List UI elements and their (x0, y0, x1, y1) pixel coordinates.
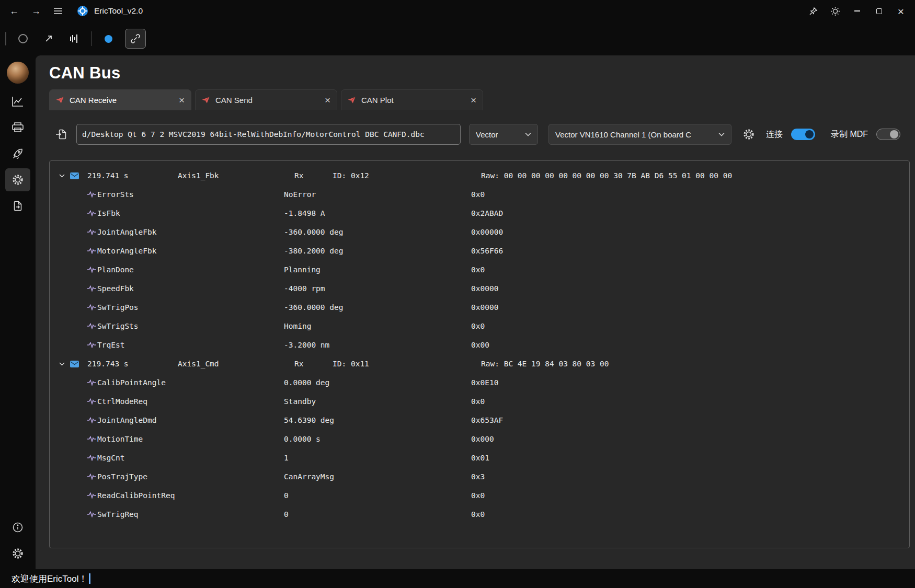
menu-button[interactable] (47, 2, 69, 20)
tab-can-send[interactable]: CAN Send × (195, 89, 337, 110)
signal-row[interactable]: MotionTime 0.0000 s 0x000 (50, 430, 909, 448)
channel-settings-button[interactable] (740, 125, 758, 143)
avatar[interactable] (7, 62, 29, 84)
theme-button[interactable] (824, 2, 846, 20)
dbc-path-input[interactable] (76, 124, 461, 145)
toolbar-grip[interactable] (5, 32, 6, 45)
close-icon[interactable]: × (325, 95, 330, 105)
signal-value: 0 (284, 491, 471, 500)
signal-row[interactable]: TrqEst -3.2000 nm 0x00 (50, 336, 909, 354)
sidebar-item-info[interactable] (5, 516, 30, 539)
signal-hex: 0x0 (471, 266, 909, 274)
record-mdf-label: 录制 MDF (831, 129, 868, 140)
sidebar-item-settings[interactable] (5, 168, 30, 191)
file-import-icon[interactable] (55, 129, 68, 140)
signal-name: CalibPointAngle (97, 378, 284, 387)
app-logo-icon (76, 5, 89, 17)
signal-row[interactable]: PlanDone Planning 0x0 (50, 260, 909, 279)
signal-waveform-icon (87, 191, 96, 198)
signal-row[interactable]: MsgCnt 1 0x01 (50, 448, 909, 467)
pointer-button[interactable] (40, 30, 58, 48)
signal-value: Homing (284, 322, 471, 330)
signal-row[interactable]: SwTrigPos -360.0000 deg 0x0000 (50, 298, 909, 317)
signal-name: MotorAngleFbk (97, 247, 284, 255)
status-ring-button[interactable] (14, 30, 32, 48)
signal-row[interactable]: ErrorSts NoError 0x0 (50, 185, 909, 204)
gear-icon (12, 548, 24, 559)
pin-button[interactable] (802, 2, 824, 20)
chevron-down-icon[interactable] (59, 362, 65, 366)
window-title: EricTool_v2.0 (94, 6, 143, 16)
waveform-button[interactable] (65, 30, 83, 48)
message-time: 219.743 s (87, 360, 178, 368)
sidebar-item-rocket[interactable] (5, 142, 30, 165)
signal-waveform-icon (87, 511, 96, 517)
gear-icon (743, 129, 754, 140)
connection-indicator[interactable] (99, 30, 117, 48)
record-mdf-toggle[interactable] (876, 129, 900, 140)
signal-waveform-icon (87, 229, 96, 235)
chevron-down-icon (525, 132, 531, 136)
sidebar-item-preferences[interactable] (5, 542, 30, 565)
signal-hex: 0x0000 (471, 284, 909, 293)
signal-value: 0 (284, 510, 471, 518)
signal-row[interactable]: SwTrigSts Homing 0x0 (50, 317, 909, 336)
signal-value: CanArrayMsg (284, 472, 471, 481)
maximize-icon (876, 8, 882, 14)
close-button[interactable]: × (890, 2, 912, 20)
close-icon[interactable]: × (179, 95, 185, 105)
link-icon (130, 33, 141, 44)
connect-toggle[interactable] (791, 129, 815, 140)
sidebar (0, 55, 36, 569)
hardware-icon (12, 122, 24, 133)
sidebar-item-chart[interactable] (5, 90, 30, 113)
signal-row[interactable]: SpeedFbk -4000 rpm 0x0000 (50, 279, 909, 298)
rocket-icon (12, 148, 24, 159)
vendor-select[interactable]: Vector (469, 124, 538, 145)
signal-hex: 0x01 (471, 454, 909, 462)
message-name: Axis1_Cmd (178, 360, 294, 368)
signal-row[interactable]: IsFbk -1.8498 A 0x2ABAD (50, 204, 909, 223)
signal-hex: 0x2ABAD (471, 209, 909, 217)
signal-waveform-icon (87, 455, 96, 461)
chevron-down-icon[interactable] (59, 174, 65, 178)
tab-bar: CAN Receive × CAN Send × CAN Plot × (49, 89, 910, 110)
sidebar-item-device[interactable] (5, 116, 30, 139)
signal-row[interactable]: JointAngleFbk -360.0000 deg 0x00000 (50, 223, 909, 241)
can-message-tree[interactable]: 219.741 s Axis1_Fbk Rx ID: 0x12 Raw: 00 … (49, 160, 910, 548)
message-id: ID: 0x11 (333, 360, 481, 368)
content-panel: CAN Bus CAN Receive × CAN Send × CAN Plo… (36, 55, 915, 569)
back-button[interactable]: ← (3, 2, 25, 20)
tab-can-plot[interactable]: CAN Plot × (341, 89, 483, 110)
signal-value: 54.6390 deg (284, 416, 471, 424)
close-icon[interactable]: × (471, 95, 476, 105)
forward-button[interactable]: → (25, 2, 47, 20)
maximize-button[interactable] (868, 2, 890, 20)
minimize-button[interactable] (846, 2, 868, 20)
signal-name: MotionTime (97, 435, 284, 443)
tab-label: CAN Plot (361, 96, 394, 105)
signal-row[interactable]: CtrlModeReq Standby 0x0 (50, 392, 909, 411)
close-icon: × (898, 6, 904, 17)
circle-icon (18, 34, 28, 43)
signal-row[interactable]: ReadCalibPointReq 0 0x0 (50, 486, 909, 505)
signal-row[interactable]: MotorAngleFbk -380.2000 deg 0x56F66 (50, 241, 909, 260)
signal-hex: 0x0000 (471, 303, 909, 312)
line-chart-icon (12, 96, 24, 107)
signal-row[interactable]: SwTrigReq 0 0x0 (50, 505, 909, 524)
channel-select[interactable]: Vector VN1610 Channel 1 (On board C (548, 124, 731, 145)
signal-row[interactable]: CalibPointAngle 0.0000 deg 0x0E10 (50, 373, 909, 392)
message-raw-bytes: Raw: BC 4E 19 84 03 80 03 00 (481, 360, 909, 368)
message-row[interactable]: 219.741 s Axis1_Fbk Rx ID: 0x12 Raw: 00 … (50, 166, 909, 185)
message-row[interactable]: 219.743 s Axis1_Cmd Rx ID: 0x11 Raw: BC … (50, 354, 909, 373)
link-button[interactable] (125, 29, 146, 49)
signal-name: MsgCnt (97, 454, 284, 462)
signal-hex: 0x653AF (471, 416, 909, 424)
signal-name: JointAngleFbk (97, 228, 284, 236)
signal-row[interactable]: JointAngleDmd 54.6390 deg 0x653AF (50, 411, 909, 430)
signal-waveform-icon (87, 285, 96, 292)
arrow-ne-icon (44, 34, 53, 43)
signal-row[interactable]: PosTrajType CanArrayMsg 0x3 (50, 467, 909, 486)
sidebar-item-export[interactable] (5, 194, 30, 217)
tab-can-receive[interactable]: CAN Receive × (49, 89, 191, 110)
